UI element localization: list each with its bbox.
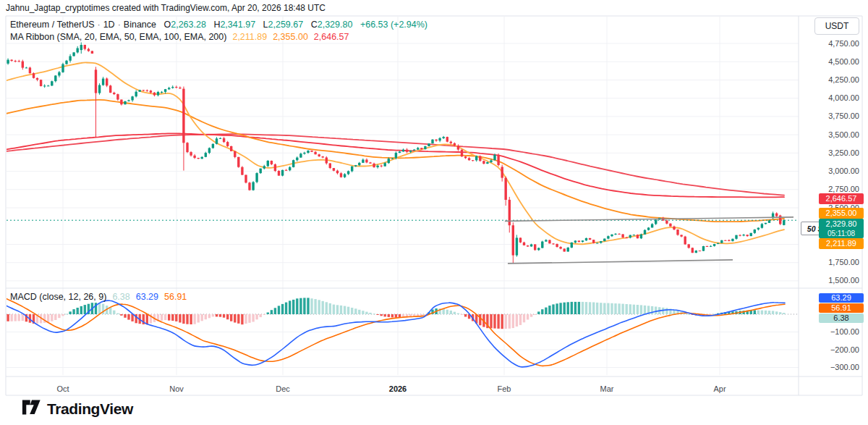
- low-value: 2,259.67: [268, 20, 304, 30]
- time-axis-label: Mar: [600, 384, 614, 393]
- open-label: O: [164, 20, 171, 30]
- time-axis-label: 2026: [389, 384, 407, 393]
- tradingview-logo-icon[interactable]: [22, 397, 41, 420]
- low-label: L: [263, 20, 268, 30]
- currency-toggle-button[interactable]: USDT: [814, 17, 859, 35]
- symbol-legend: Ethereum / TetherUS·1D·Binance O2,263.28…: [10, 20, 427, 30]
- price-axis-label: 1,500.00: [801, 276, 859, 285]
- exchange-label: Binance: [124, 20, 156, 30]
- price-axis-label: 3,500.00: [801, 130, 859, 139]
- legend-value: 56.91: [164, 292, 187, 302]
- macd-badge: 6.38: [819, 314, 864, 323]
- macd-badge: 56.91: [819, 303, 864, 313]
- price-axis-label: 3,000.00: [801, 167, 859, 175]
- legend-value: 63.29: [136, 292, 158, 302]
- time-axis-label: Nov: [169, 384, 184, 393]
- time-axis-label: Dec: [276, 384, 290, 393]
- price-badge: 2,329.8005:11:08: [819, 219, 864, 238]
- ma-ribbon-legend: MA Ribbon (SMA, 20, EMA, 50, EMA, 100, E…: [10, 32, 349, 42]
- legend-value: 2,211.89: [232, 32, 267, 42]
- price-badge: 2,355.00: [819, 208, 864, 219]
- legend-value: 2,355.00: [273, 32, 308, 42]
- price-axis-label: 4,250.00: [801, 75, 859, 84]
- high-value: 2,341.97: [220, 20, 255, 30]
- price-axis-label: 2,750.00: [801, 185, 859, 193]
- macd-axis-label: −300.00: [801, 363, 859, 371]
- open-value: 2,263.28: [171, 20, 206, 30]
- macd-badge: 63.29: [819, 293, 864, 303]
- price-badge: 2,646.57: [819, 193, 864, 204]
- macd-title[interactable]: MACD (close, 12, 26, 9): [10, 292, 106, 302]
- macd-axis-label: −100.00: [801, 327, 859, 336]
- change-value: +66.53 (+2.94%): [360, 20, 427, 30]
- price-axis-label: 3,750.00: [801, 111, 859, 120]
- macd-axis-label: −200.00: [801, 345, 859, 354]
- price-axis-label: 3,250.00: [801, 148, 859, 157]
- close-value: 2,329.80: [318, 20, 353, 30]
- tradingview-chart-window: Jahnu_Jagtap_cryptotimes created with Tr…: [0, 0, 868, 425]
- close-label: C: [311, 20, 318, 30]
- interval-label[interactable]: 1D: [103, 20, 115, 30]
- time-axis-label: Apr: [713, 384, 726, 393]
- tradingview-footer: TradingView: [22, 397, 133, 420]
- time-axis-label: Oct: [56, 384, 69, 393]
- legend-value: 6.38: [112, 292, 129, 302]
- price-badge: 2,211.89: [819, 238, 864, 249]
- price-axis-label: 4,000.00: [801, 93, 859, 102]
- time-axis[interactable]: [6, 377, 862, 395]
- macd-legend: MACD (close, 12, 26, 9)6.3863.2956.91: [10, 292, 187, 302]
- tradingview-wordmark[interactable]: TradingView: [47, 400, 133, 418]
- symbol-title[interactable]: Ethereum / TetherUS: [10, 20, 95, 30]
- price-axis-label: 4,500.00: [801, 57, 859, 66]
- legend-value: 2,646.57: [314, 32, 349, 42]
- time-axis-label: Feb: [498, 384, 511, 393]
- price-axis-label: 1,750.00: [801, 258, 859, 266]
- price-macd-plot[interactable]: [0, 0, 868, 425]
- ma-ribbon-title[interactable]: MA Ribbon (SMA, 20, EMA, 50, EMA, 100, E…: [10, 32, 226, 42]
- price-axis-label: 4,750.00: [801, 39, 859, 48]
